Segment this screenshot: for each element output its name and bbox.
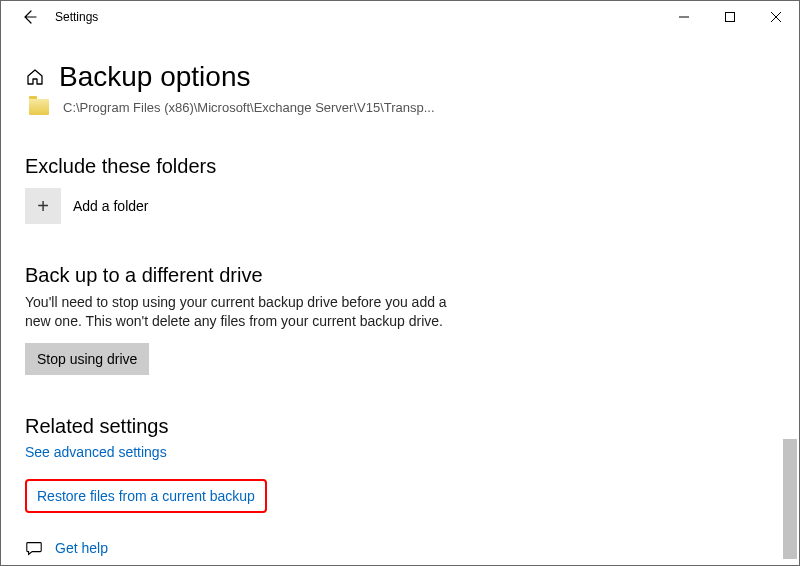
add-folder-button[interactable]: + Add a folder — [25, 188, 775, 224]
related-settings-heading: Related settings — [25, 415, 775, 438]
add-folder-label: Add a folder — [73, 198, 149, 214]
stop-using-drive-button[interactable]: Stop using drive — [25, 343, 149, 375]
get-help-row[interactable]: Get help — [25, 539, 775, 557]
home-icon[interactable] — [25, 67, 45, 87]
minimize-icon — [679, 12, 689, 22]
get-help-link[interactable]: Get help — [55, 540, 108, 556]
window-controls — [661, 1, 799, 33]
different-drive-description: You'll need to stop using your current b… — [25, 293, 465, 331]
restore-files-link[interactable]: Restore files from a current backup — [37, 488, 255, 504]
close-button[interactable] — [753, 1, 799, 33]
see-advanced-settings-link[interactable]: See advanced settings — [25, 444, 167, 460]
scrollbar[interactable] — [783, 37, 797, 559]
folder-icon — [29, 99, 49, 115]
plus-icon: + — [25, 188, 61, 224]
window-title: Settings — [49, 10, 98, 24]
svg-rect-1 — [726, 13, 735, 22]
scrollbar-thumb[interactable] — [783, 439, 797, 559]
minimize-button[interactable] — [661, 1, 707, 33]
back-button[interactable] — [9, 1, 49, 33]
arrow-left-icon — [21, 9, 37, 25]
titlebar: Settings — [1, 1, 799, 33]
exclude-heading: Exclude these folders — [25, 155, 775, 178]
different-drive-heading: Back up to a different drive — [25, 264, 775, 287]
folder-path: C:\Program Files (x86)\Microsoft\Exchang… — [63, 100, 435, 115]
chat-help-icon — [25, 539, 43, 557]
backup-folder-item[interactable]: C:\Program Files (x86)\Microsoft\Exchang… — [29, 99, 775, 115]
page-header: Backup options — [25, 61, 775, 93]
page-title: Backup options — [59, 61, 250, 93]
maximize-icon — [725, 12, 735, 22]
close-icon — [771, 12, 781, 22]
content-area: Backup options C:\Program Files (x86)\Mi… — [1, 33, 799, 557]
maximize-button[interactable] — [707, 1, 753, 33]
restore-highlight: Restore files from a current backup — [25, 479, 267, 513]
